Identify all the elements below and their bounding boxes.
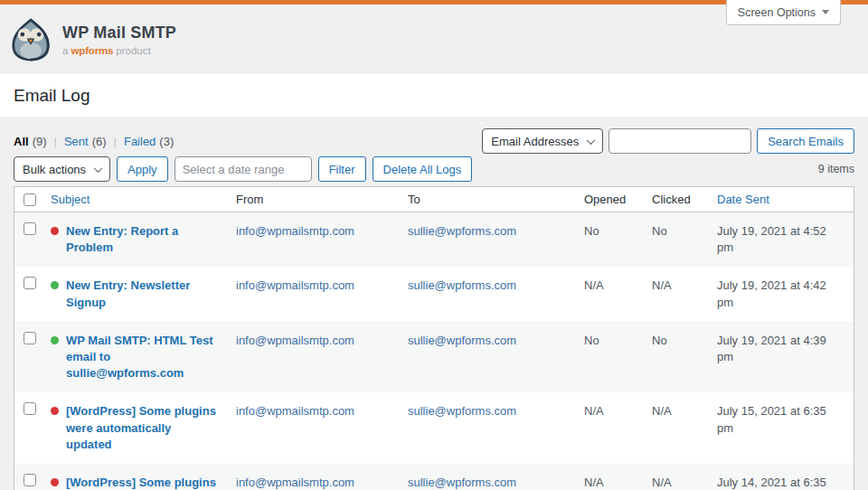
search-emails-button[interactable]: Search Emails [757,128,854,154]
delete-all-logs-button[interactable]: Delete All Logs [373,156,473,182]
opened-value: No [584,212,652,267]
from-address: info@wpmailsmtp.com [236,212,408,267]
from-address: info@wpmailsmtp.com [236,464,408,490]
view-filter-sent[interactable]: Sent [64,135,89,148]
from-address: info@wpmailsmtp.com [236,392,408,464]
to-address: sullie@wpforms.com [408,267,584,321]
view-filter-count: (6) [92,135,107,148]
email-log-table: SubjectFromToOpenedClickedDate Sent New … [14,186,854,490]
search-group: Email Addresses Search Emails [482,128,854,154]
date-sent-value: July 19, 2021 at 4:52 pm [717,212,854,267]
date-range-input[interactable] [175,156,312,182]
screen-options-button[interactable]: Screen Options [726,0,841,25]
email-log-content: All(9)Sent(6)Failed(3) Email Addresses S… [14,117,854,490]
screen-options-label: Screen Options [738,6,816,19]
search-mode-select[interactable]: Email Addresses [482,128,603,154]
view-filter-count: (3) [159,135,174,148]
column-header-clicked: Clicked [652,193,717,206]
status-dot-icon [51,281,59,289]
column-header-date-sent[interactable]: Date Sent [717,193,854,206]
clicked-value: No [652,212,717,267]
bulk-actions-select[interactable]: Bulk actions [14,156,110,182]
chevron-down-icon [94,164,103,173]
row-checkbox[interactable] [24,277,36,289]
view-filter-all[interactable]: All [14,135,29,148]
to-address: sullie@wpforms.com [408,392,584,464]
wp-mail-smtp-pigeon-logo-icon [11,18,51,61]
row-checkbox[interactable] [24,474,36,486]
subject-cell: New Entry: Report a Problem [51,212,236,267]
to-address: sullie@wpforms.com [408,322,584,393]
clicked-value: No [652,322,717,393]
page-title-bar: Email Log [0,74,868,117]
date-sent-value: July 15, 2021 at 6:35 pm [717,392,854,464]
opened-value: N/A [584,267,652,321]
opened-value: No [584,322,652,393]
status-dot-icon [51,227,59,235]
status-dot-icon [51,336,59,344]
bulk-actions-label: Bulk actions [23,163,86,176]
email-subject-link[interactable]: WP Mail SMTP: HTML Test email to sullie@… [66,333,216,382]
opened-value: N/A [584,464,652,490]
apply-button[interactable]: Apply [117,156,168,182]
from-address: info@wpmailsmtp.com [236,267,408,321]
row-checkbox[interactable] [24,222,36,235]
select-all-cell [14,193,51,206]
subject-cell: [WordPress] Some plugins were automatica… [51,464,236,490]
row-checkbox-cell [14,464,51,490]
row-checkbox[interactable] [24,402,36,415]
clicked-value: N/A [652,267,717,321]
row-checkbox-cell [14,322,51,393]
table-row: New Entry: Newsletter Signup info@wpmail… [14,267,854,321]
row-checkbox-cell [14,392,51,464]
row-checkbox-cell [14,267,51,321]
from-address: info@wpmailsmtp.com [236,322,408,393]
plugin-title: WP Mail SMTP [62,24,176,42]
table-row: [WordPress] Some plugins were automatica… [14,392,854,464]
opened-value: N/A [584,392,652,464]
table-body: New Entry: Report a Problem info@wpmails… [14,212,854,490]
view-filter-count: (9) [33,135,47,148]
row-checkbox[interactable] [24,332,36,344]
items-count: 9 items [818,163,854,175]
chevron-down-icon [587,136,596,145]
subtitle-prefix: a [62,45,68,56]
table-row: [WordPress] Some plugins were automatica… [14,464,854,490]
date-sent-value: July 14, 2021 at 6:35 pm [717,464,854,490]
wpforms-brand: wpforms [71,45,114,56]
date-sent-value: July 19, 2021 at 4:39 pm [717,322,854,393]
email-subject-link[interactable]: New Entry: Report a Problem [66,223,216,256]
page-title: Email Log [14,86,90,106]
subject-cell: WP Mail SMTP: HTML Test email to sullie@… [51,322,236,393]
to-address: sullie@wpforms.com [408,212,584,267]
select-all-checkbox[interactable] [24,193,36,206]
subject-cell: New Entry: Newsletter Signup [51,267,236,321]
table-header-row: SubjectFromToOpenedClickedDate Sent [14,187,854,212]
subject-cell: [WordPress] Some plugins were automatica… [51,392,236,464]
email-subject-link[interactable]: [WordPress] Some plugins were automatica… [66,475,216,490]
table-row: WP Mail SMTP: HTML Test email to sullie@… [14,322,854,393]
filter-button[interactable]: Filter [318,156,366,182]
email-subject-link[interactable]: [WordPress] Some plugins were automatica… [66,403,216,453]
search-input[interactable] [609,128,751,154]
view-filter-failed[interactable]: Failed [124,135,156,148]
to-address: sullie@wpforms.com [408,464,584,490]
bulk-actions-toolbar: Bulk actions Apply Filter Delete All Log… [14,156,472,182]
column-header-to: To [408,193,584,206]
chevron-down-icon [822,10,829,14]
column-header-opened: Opened [584,193,652,206]
column-header-subject[interactable]: Subject [51,193,236,206]
status-dot-icon [51,478,59,486]
search-mode-label: Email Addresses [491,135,579,148]
plugin-subtitle: a wpforms product [62,45,176,56]
status-dot-icon [51,407,59,415]
column-header-from: From [236,193,408,206]
clicked-value: N/A [652,464,717,490]
clicked-value: N/A [652,392,717,464]
view-filters: All(9)Sent(6)Failed(3) [14,135,174,148]
date-sent-value: July 19, 2021 at 4:42 pm [717,267,854,321]
subtitle-suffix: product [116,45,150,56]
row-checkbox-cell [14,212,51,267]
table-row: New Entry: Report a Problem info@wpmails… [14,212,854,267]
email-subject-link[interactable]: New Entry: Newsletter Signup [66,278,216,310]
